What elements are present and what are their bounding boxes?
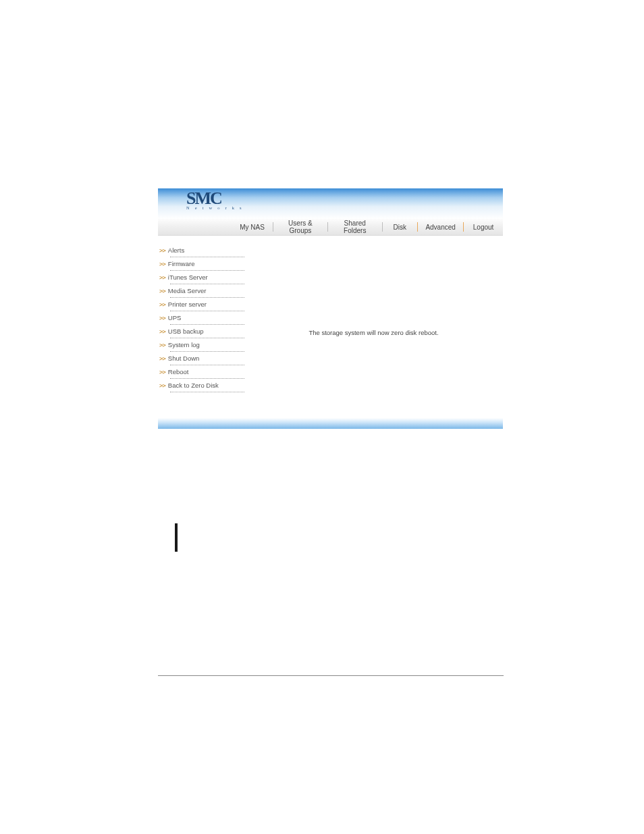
content-row: >>Alerts >>Firmware >>iTunes Server >>Me… [158,236,503,418]
sidebar-separator [170,324,244,325]
sidebar-separator [170,338,244,338]
tab-bar: My NAS Users & Groups Shared Folders Dis… [158,219,503,236]
sidebar-item-label: Reboot [168,368,189,375]
sidebar-item-media-server[interactable]: >>Media Server [158,286,244,296]
sidebar-item-label: iTunes Server [168,273,208,281]
sidebar: >>Alerts >>Firmware >>iTunes Server >>Me… [158,236,244,418]
sidebar-item-label: Printer server [168,301,207,308]
sidebar-item-label: Alerts [168,246,184,254]
sidebar-item-ups[interactable]: >>UPS [158,313,244,323]
smc-logo: SMC N e t w o r k s [186,191,244,210]
sidebar-separator [170,311,244,311]
chevron-right-icon: >> [159,369,165,375]
sidebar-separator [170,365,244,365]
sidebar-item-itunes-server[interactable]: >>iTunes Server [158,272,244,282]
chevron-right-icon: >> [159,288,165,294]
chevron-right-icon: >> [159,315,165,321]
horizontal-rule [158,675,504,676]
chevron-right-icon: >> [159,274,165,281]
sidebar-separator [170,351,244,352]
sidebar-separator [170,257,244,257]
sidebar-separator [170,284,244,284]
tab-advanced[interactable]: Advanced [418,219,463,235]
chevron-right-icon: >> [159,301,165,308]
sidebar-item-alerts[interactable]: >>Alerts [158,245,244,255]
sidebar-item-system-log[interactable]: >>System log [158,340,244,350]
nas-admin-screenshot: SMC N e t w o r k s My NAS Users & Group… [158,188,503,433]
sidebar-item-back-to-zero-disk[interactable]: >>Back to Zero Disk [158,380,244,390]
sidebar-item-label: USB backup [168,328,204,335]
status-message: The storage system will now zero disk re… [244,329,503,336]
sidebar-separator [170,378,244,379]
tab-users-groups[interactable]: Users & Groups [273,219,327,235]
sidebar-item-printer-server[interactable]: >>Printer server [158,299,244,309]
tab-logout[interactable]: Logout [464,219,503,235]
text-cursor-icon [175,523,178,552]
chevron-right-icon: >> [159,382,165,389]
sidebar-item-reboot[interactable]: >>Reboot [158,367,244,377]
tab-my-nas[interactable]: My NAS [232,219,273,235]
sidebar-separator [170,270,244,271]
logo-sub: N e t w o r k s [186,205,244,210]
footer-bar [158,418,503,429]
sidebar-item-label: UPS [168,314,182,321]
sidebar-item-label: Media Server [168,287,207,294]
tab-spacer [158,219,232,235]
document-page: SMC N e t w o r k s My NAS Users & Group… [0,0,644,834]
chevron-right-icon: >> [159,247,165,254]
sidebar-item-label: Back to Zero Disk [168,382,219,389]
sidebar-item-usb-backup[interactable]: >>USB backup [158,326,244,336]
sidebar-separator [170,392,244,392]
sidebar-item-label: Firmware [168,260,195,267]
sidebar-item-firmware[interactable]: >>Firmware [158,259,244,269]
tab-shared-folders[interactable]: Shared Folders [328,219,382,235]
sidebar-item-shut-down[interactable]: >>Shut Down [158,353,244,363]
main-pane: The storage system will now zero disk re… [244,236,503,418]
sidebar-item-label: System log [168,341,200,348]
sidebar-separator [170,297,244,298]
chevron-right-icon: >> [159,342,165,348]
tab-disk[interactable]: Disk [383,219,418,235]
chevron-right-icon: >> [159,355,165,362]
chevron-right-icon: >> [159,261,165,267]
sidebar-item-label: Shut Down [168,355,199,362]
chevron-right-icon: >> [159,328,165,335]
header-bar: SMC N e t w o r k s [158,188,503,219]
